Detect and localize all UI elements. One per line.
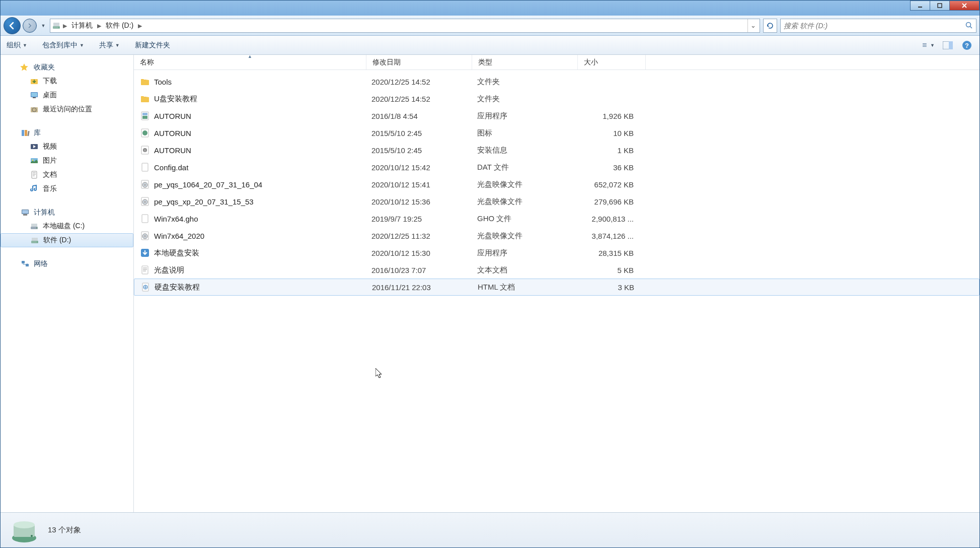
organize-menu[interactable]: 组织▼ <box>7 41 27 50</box>
sidebar-item-drive-d[interactable]: 软件 (D:) <box>1 233 133 247</box>
sidebar-item-downloads[interactable]: 下载 <box>1 74 133 88</box>
forward-button[interactable] <box>23 19 37 33</box>
chevron-right-icon[interactable]: ▶ <box>136 23 143 29</box>
column-type[interactable]: 类型 <box>472 55 578 70</box>
status-text: 13 个对象 <box>48 525 81 535</box>
sidebar-libraries-header[interactable]: 库 <box>1 126 133 140</box>
file-row[interactable]: 光盘说明2016/10/23 7:07文本文档5 KB <box>134 261 979 279</box>
file-type: HTML 文档 <box>472 283 577 292</box>
file-row[interactable]: pe_yqs_1064_20_07_31_16_042020/10/12 15:… <box>134 176 979 193</box>
column-name[interactable]: ▲ 名称 <box>134 55 366 70</box>
address-bar[interactable]: ▶ 计算机 ▶ 软件 (D:) ▶ ⌄ <box>50 19 760 33</box>
svg-point-31 <box>36 228 37 229</box>
music-icon <box>30 184 39 193</box>
new-folder-button[interactable]: 新建文件夹 <box>135 41 170 50</box>
file-date: 2019/9/7 19:25 <box>365 215 471 223</box>
titlebar[interactable] <box>1 1 979 16</box>
file-date: 2020/10/12 15:41 <box>365 180 471 189</box>
file-name: AUTORUN <box>154 146 191 155</box>
breadcrumb-computer[interactable]: 计算机 <box>68 19 96 32</box>
svg-rect-8 <box>923 46 927 46</box>
file-row[interactable]: pe_yqs_xp_20_07_31_15_532020/10/12 15:36… <box>134 193 979 210</box>
close-button[interactable] <box>949 1 979 11</box>
toolbar: 组织▼ 包含到库中▼ 共享▼ 新建文件夹 ▼ ? <box>1 36 979 55</box>
file-type: 安装信息 <box>471 146 577 155</box>
maximize-button[interactable] <box>930 1 950 11</box>
search-box[interactable] <box>780 19 976 33</box>
file-type: 文件夹 <box>471 77 577 87</box>
svg-rect-7 <box>923 44 927 45</box>
file-row[interactable]: iAUTORUN2015/5/10 2:45安装信息1 KB <box>134 142 979 159</box>
file-list[interactable]: Tools2020/12/25 14:52文件夹U盘安装教程2020/12/25… <box>134 70 979 512</box>
file-type: DAT 文件 <box>471 163 577 172</box>
column-size[interactable]: 大小 <box>578 55 646 70</box>
libraries-icon <box>21 128 30 138</box>
file-date: 2020/12/25 11:32 <box>365 232 471 240</box>
file-size: 2,900,813 ... <box>577 215 645 223</box>
preview-pane-button[interactable] <box>941 39 954 52</box>
chevron-right-icon[interactable]: ▶ <box>96 23 103 29</box>
drive-icon <box>30 222 39 231</box>
file-row[interactable]: Config.dat2020/10/12 15:42DAT 文件36 KB <box>134 159 979 176</box>
pictures-icon <box>30 156 39 165</box>
sidebar-computer-header[interactable]: 计算机 <box>1 206 133 219</box>
file-size: 279,696 KB <box>577 197 645 206</box>
file-row[interactable]: Win7x64.gho2019/9/7 19:25GHO 文件2,900,813… <box>134 210 979 227</box>
file-name: 光盘说明 <box>154 265 184 275</box>
file-row[interactable]: 本地硬盘安装2020/10/12 15:30应用程序28,315 KB <box>134 244 979 261</box>
sidebar-item-desktop[interactable]: 桌面 <box>1 88 133 102</box>
status-bar: 13 个对象 <box>1 512 979 547</box>
back-button[interactable] <box>4 17 21 34</box>
ico-icon <box>140 128 150 138</box>
file-size: 1,926 KB <box>577 112 645 120</box>
sidebar-item-documents[interactable]: 文档 <box>1 168 133 182</box>
file-row[interactable]: Win7x64_20202020/12/25 11:32光盘映像文件3,874,… <box>134 227 979 244</box>
sidebar-item-videos[interactable]: 视频 <box>1 140 133 154</box>
column-date[interactable]: 修改日期 <box>366 55 472 70</box>
chevron-down-icon: ▼ <box>115 43 120 48</box>
sidebar-item-recent[interactable]: 最近访问的位置 <box>1 102 133 116</box>
file-date: 2016/11/21 22:03 <box>366 283 472 292</box>
file-type: 光盘映像文件 <box>471 180 577 189</box>
recent-icon <box>30 105 39 114</box>
minimize-button[interactable] <box>910 1 930 11</box>
view-mode-button[interactable]: ▼ <box>922 39 935 52</box>
help-button[interactable]: ? <box>960 39 973 52</box>
iso-icon <box>140 179 150 189</box>
file-date: 2020/10/12 15:42 <box>365 163 471 172</box>
sidebar-item-music[interactable]: 音乐 <box>1 182 133 196</box>
file-row[interactable]: Tools2020/12/25 14:52文件夹 <box>134 73 979 90</box>
sidebar-network-header[interactable]: 网络 <box>1 257 133 270</box>
sidebar-item-drive-c[interactable]: 本地磁盘 (C:) <box>1 219 133 233</box>
chevron-right-icon[interactable]: ▶ <box>61 23 68 29</box>
content-area: 收藏夹 下载 桌面 最近访问的位置 库 <box>1 55 979 512</box>
sidebar-favorites-header[interactable]: 收藏夹 <box>1 61 133 74</box>
file-type: 光盘映像文件 <box>471 231 577 241</box>
svg-rect-28 <box>23 214 27 216</box>
file-row[interactable]: AUTORUN2016/1/8 4:54应用程序1,926 KB <box>134 107 979 124</box>
address-dropdown-icon[interactable]: ⌄ <box>747 19 759 32</box>
refresh-button[interactable] <box>763 19 777 33</box>
documents-icon <box>30 170 39 179</box>
svg-point-41 <box>142 130 147 135</box>
svg-rect-15 <box>31 93 37 97</box>
svg-point-34 <box>37 242 38 243</box>
file-type: 文本文档 <box>471 265 577 275</box>
file-row[interactable]: U盘安装教程2020/12/25 14:52文件夹 <box>134 90 979 107</box>
svg-rect-19 <box>22 130 24 136</box>
breadcrumb-drive[interactable]: 软件 (D:) <box>103 19 136 32</box>
file-row[interactable]: 硬盘安装教程2016/11/21 22:03HTML 文档3 KB <box>134 279 979 296</box>
file-date: 2020/12/25 14:52 <box>365 95 471 103</box>
share-menu[interactable]: 共享▼ <box>99 41 120 50</box>
history-dropdown-icon[interactable]: ▼ <box>40 23 47 28</box>
sidebar-item-pictures[interactable]: 图片 <box>1 154 133 168</box>
txt-icon <box>140 265 150 275</box>
search-input[interactable] <box>784 22 965 30</box>
svg-point-62 <box>14 521 35 528</box>
include-in-library-menu[interactable]: 包含到库中▼ <box>42 41 84 50</box>
file-date: 2015/5/10 2:45 <box>365 129 471 138</box>
file-name: Tools <box>154 78 172 86</box>
file-name: Win7x64.gho <box>154 215 198 223</box>
search-icon[interactable] <box>965 21 973 31</box>
file-row[interactable]: AUTORUN2015/5/10 2:45图标10 KB <box>134 124 979 142</box>
